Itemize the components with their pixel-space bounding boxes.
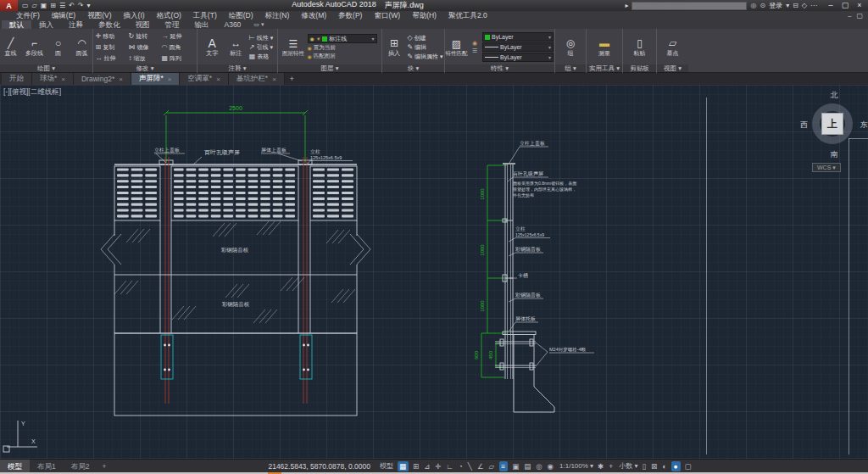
polyline-tool[interactable]: ⌐ 多段线 [24, 37, 45, 58]
new-tab-button[interactable]: + [285, 73, 299, 85]
menu-item[interactable]: 工具(T) [187, 11, 223, 20]
quick-properties-icon[interactable]: ▯ [642, 461, 647, 471]
units-button[interactable]: 小数 ▾ [618, 461, 637, 471]
draw-panel-label[interactable]: 绘图 ▾ [0, 64, 92, 73]
scale-tool[interactable]: ↕缩放 [129, 54, 162, 63]
ribbon-toggle-icon[interactable]: ▭ ▾ [253, 20, 264, 29]
annotation-monitor-icon[interactable]: + [609, 461, 614, 471]
visual-style-control[interactable]: [二维线框] [28, 87, 61, 98]
new-file-icon[interactable]: ▭ [22, 0, 29, 11]
view-cube[interactable]: 北 西 东 南 上 WCS ▾ [800, 90, 868, 175]
layer-properties-tool[interactable]: ☰ 图层特性 [283, 38, 304, 56]
selection-cycling-icon[interactable]: ▤ [524, 461, 531, 471]
lineweight-icon[interactable]: ≡ [499, 461, 508, 471]
ribbon-tab[interactable]: 管理 [158, 20, 187, 29]
menu-item[interactable]: 编辑(E) [46, 11, 81, 20]
snap-icon[interactable]: ⊞ [413, 461, 420, 471]
stretch-tool[interactable]: ↔拉伸 [96, 54, 129, 63]
north-label[interactable]: 北 [800, 90, 868, 101]
file-tab[interactable]: 基坑护栏* × [229, 73, 285, 85]
match-layer-tool[interactable]: ◉ 匹配图层 [308, 53, 377, 60]
isodraft-icon[interactable]: ∠ [477, 461, 485, 471]
utilities-panel-label[interactable]: 实用工具 ▾ [587, 64, 622, 73]
close-tab-icon[interactable]: × [272, 75, 276, 83]
file-tab[interactable]: 开始 × [2, 73, 32, 85]
annotation-scale-button[interactable]: 1:1/100% ▾ [559, 461, 593, 471]
maximize-button[interactable]: ▢ [841, 0, 849, 11]
menu-item[interactable]: 绘图(D) [223, 11, 259, 20]
close-button[interactable]: × [855, 0, 864, 11]
text-tool[interactable]: A 文字 [202, 37, 223, 58]
block-panel-label[interactable]: 块 ▾ [382, 64, 444, 73]
menu-item[interactable]: 文件(F) [10, 11, 46, 20]
file-tab[interactable]: Drawing2* × [74, 73, 131, 85]
modify-panel-label[interactable]: 修改 ▾ [93, 64, 197, 73]
section-view-drawing[interactable]: 1000 1000 1000 600 450 [469, 134, 632, 424]
south-label[interactable]: 南 [800, 149, 868, 160]
make-current-tool[interactable]: ◉ 置为当前 [308, 44, 377, 52]
view-control[interactable]: [俯视] [10, 87, 29, 98]
menu-item[interactable]: 视图(V) [81, 11, 117, 20]
new-layout-button[interactable]: + [97, 462, 111, 471]
user-icon[interactable]: ⊙ [760, 0, 765, 11]
group-panel-label[interactable]: 组 ▾ [555, 64, 586, 73]
linetype-list-icon[interactable]: ☰ [472, 47, 477, 54]
model-space-canvas[interactable]: [-] [俯视] [二维线框] 2500 [0, 85, 868, 459]
dynamic-input-icon[interactable]: ✛ [435, 461, 442, 471]
clean-screen-icon[interactable]: ▢ [685, 461, 693, 471]
insert-block-tool[interactable]: ⊞ 插入 [383, 37, 404, 58]
lock-ui-icon[interactable]: ⊠ [651, 461, 658, 471]
ribbon-tab[interactable]: 插入 [31, 20, 61, 29]
infer-constraints-icon[interactable]: ⊿ [424, 461, 431, 471]
layer-select[interactable]: ◉ ☀ 标注线 ▾ [308, 34, 377, 43]
object-snap-icon[interactable]: ▱ [489, 461, 496, 471]
open-file-icon[interactable]: ▱ [32, 0, 37, 11]
clipboard-panel-label[interactable]: 剪贴板 [623, 64, 656, 73]
object-snap-tracking-icon[interactable]: ╲ [468, 461, 473, 471]
signin-button[interactable]: 登录 [769, 1, 782, 10]
close-tab-icon[interactable]: × [61, 75, 65, 83]
annotation-visibility-icon[interactable]: ◎ [536, 461, 542, 471]
ribbon-tab[interactable]: 默认 [2, 20, 31, 29]
extend-tool[interactable]: →延伸 [162, 32, 195, 41]
menu-item[interactable]: 格式(O) [151, 11, 187, 20]
more-icon[interactable]: ⋯ [810, 0, 817, 11]
plot-icon[interactable]: ☰ [59, 0, 65, 11]
copy-tool[interactable]: ⊞复制 [96, 43, 129, 52]
menu-item[interactable]: 参数(P) [332, 11, 368, 20]
arc-tool[interactable]: ◠ 圆弧 [71, 37, 92, 58]
store-cart-icon[interactable]: ⊟ [793, 0, 798, 11]
match-properties-tool[interactable]: ▨ 特性匹配 [446, 38, 467, 56]
menu-item[interactable]: 聚优工具2.0 [442, 11, 493, 20]
file-tab[interactable]: 空调罩* × [180, 73, 228, 85]
fillet-tool[interactable]: ◠圆角 [162, 43, 195, 52]
app-menu-button[interactable]: A [0, 0, 18, 11]
measure-tool[interactable]: ▬ 测量 [594, 37, 615, 58]
close-tab-icon[interactable]: × [119, 75, 123, 83]
front-view-drawing[interactable]: 2500 [100, 100, 373, 424]
layers-panel-label[interactable]: 图层 ▾ [278, 64, 381, 73]
workspace-switching-icon[interactable]: ✱ [598, 461, 604, 471]
model-space-button[interactable]: 模型 [379, 461, 393, 471]
view-panel-label[interactable]: 视图 ▾ [657, 64, 688, 73]
search-icon[interactable]: ◎ [750, 0, 756, 11]
move-tool[interactable]: ✛移动 [96, 32, 129, 41]
properties-panel-label[interactable]: 特性 ▾ [445, 64, 554, 73]
linear-dim-tool[interactable]: ⊢线性 ▾ [249, 34, 273, 42]
file-tab[interactable]: 声屏障* × [131, 73, 180, 85]
rotate-tool[interactable]: ↻旋转 [129, 32, 162, 41]
doc-restore-icon[interactable]: ▢ [856, 12, 863, 20]
array-tool[interactable]: ▦阵列 [162, 54, 195, 63]
save-icon[interactable]: ▣ [41, 0, 47, 11]
undo-icon[interactable]: ↶ [69, 0, 75, 11]
doc-minimize-icon[interactable]: – [848, 12, 851, 20]
minimize-button[interactable]: – [826, 0, 835, 11]
lineweight-select[interactable]: ByLayer ▾ [482, 53, 554, 62]
ribbon-tab[interactable]: 参数化 [91, 20, 128, 29]
object-color-select[interactable]: ByLayer ▾ [482, 32, 554, 42]
file-tab[interactable]: 球场* × [32, 73, 74, 85]
line-tool[interactable]: ╱ 直线 [0, 37, 21, 58]
menu-item[interactable]: 修改(M) [295, 11, 332, 20]
close-tab-icon[interactable]: × [216, 75, 220, 83]
ortho-icon[interactable]: ∟ [446, 461, 453, 471]
